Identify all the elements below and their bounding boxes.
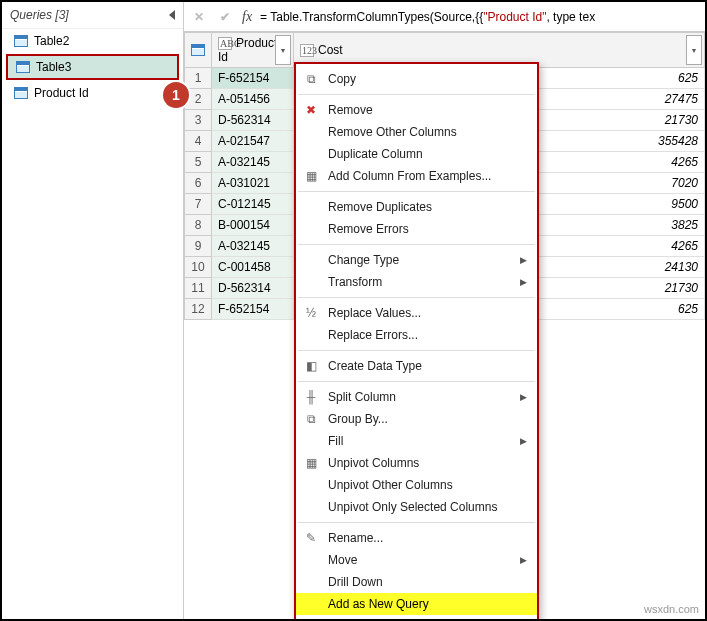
menu-replace-vals[interactable]: ½Replace Values... (296, 302, 537, 324)
menu-remove-dup[interactable]: Remove Duplicates (296, 196, 537, 218)
menu-separator (298, 244, 535, 245)
submenu-arrow-icon: ▶ (520, 392, 527, 402)
menu-add-as-new-query[interactable]: Add as New Query (296, 593, 537, 615)
menu-remove-other[interactable]: Remove Other Columns (296, 121, 537, 143)
table-icon (16, 61, 30, 73)
replace-icon: ½ (302, 306, 320, 320)
query-item-table3[interactable]: Table3 (6, 54, 179, 80)
table-corner[interactable] (185, 33, 212, 68)
menu-move[interactable]: Move▶ (296, 549, 537, 571)
row-number: 5 (185, 152, 212, 173)
add-column-icon: ▦ (302, 169, 320, 183)
query-label: Product Id (34, 86, 89, 100)
menu-group-by[interactable]: ⧉Group By... (296, 408, 537, 430)
datatype-icon: ◧ (302, 359, 320, 373)
cell-productid: C-012145 (212, 194, 294, 215)
menu-remove[interactable]: ✖Remove (296, 99, 537, 121)
menu-unpivot-other[interactable]: Unpivot Other Columns (296, 474, 537, 496)
menu-separator (298, 191, 535, 192)
watermark: wsxdn.com (644, 603, 699, 615)
row-number: 11 (185, 278, 212, 299)
menu-drill[interactable]: Drill Down (296, 571, 537, 593)
menu-replace-errs[interactable]: Replace Errors... (296, 324, 537, 346)
annotation-badge-1: 1 (163, 82, 189, 108)
formula-input[interactable]: = Table.TransformColumnTypes(Source,{{"P… (260, 10, 699, 24)
menu-transform[interactable]: Transform▶ (296, 271, 537, 293)
rename-icon: ✎ (302, 531, 320, 545)
query-item-table2[interactable]: Table2 (6, 30, 179, 52)
cell-productid: F-652154 (212, 68, 294, 89)
cell-productid: A-032145 (212, 236, 294, 257)
submenu-arrow-icon: ▶ (520, 555, 527, 565)
row-number: 9 (185, 236, 212, 257)
menu-duplicate[interactable]: Duplicate Column (296, 143, 537, 165)
column-menu-icon[interactable] (686, 35, 702, 65)
collapse-icon[interactable] (169, 10, 175, 20)
menu-change-type[interactable]: Change Type▶ (296, 249, 537, 271)
formula-pre: = Table.TransformColumnTypes(Source,{{ (260, 10, 483, 24)
cancel-icon[interactable]: ✕ (190, 10, 208, 24)
row-number: 10 (185, 257, 212, 278)
menu-unpivot-sel[interactable]: Unpivot Only Selected Columns (296, 496, 537, 518)
menu-copy[interactable]: ⧉Copy (296, 68, 537, 90)
row-number: 12 (185, 299, 212, 320)
cell-productid: C-001458 (212, 257, 294, 278)
copy-icon: ⧉ (302, 72, 320, 86)
remove-icon: ✖ (302, 103, 320, 117)
menu-separator (298, 350, 535, 351)
menu-separator (298, 94, 535, 95)
queries-header[interactable]: Queries [3] (2, 2, 183, 29)
row-number: 6 (185, 173, 212, 194)
menu-separator (298, 381, 535, 382)
cell-productid: B-000154 (212, 215, 294, 236)
queries-sidebar: Queries [3] Table2 Table3 Product Id (2, 2, 184, 619)
cell-productid: D-562314 (212, 278, 294, 299)
row-number: 3 (185, 110, 212, 131)
menu-create-dt[interactable]: ◧Create Data Type (296, 355, 537, 377)
submenu-arrow-icon: ▶ (520, 255, 527, 265)
menu-fill[interactable]: Fill▶ (296, 430, 537, 452)
menu-separator (298, 522, 535, 523)
menu-split-col[interactable]: ╫Split Column▶ (296, 386, 537, 408)
cell-productid: F-652154 (212, 299, 294, 320)
type-number-icon: 123 (300, 44, 314, 57)
column-context-menu: ⧉Copy ✖Remove Remove Other Columns Dupli… (294, 62, 539, 621)
cell-productid: A-031021 (212, 173, 294, 194)
accept-icon[interactable]: ✔ (216, 10, 234, 24)
menu-add-examples[interactable]: ▦Add Column From Examples... (296, 165, 537, 187)
cell-productid: A-051456 (212, 89, 294, 110)
col-header-productid[interactable]: ABCProduct Id (212, 33, 294, 68)
menu-remove-err[interactable]: Remove Errors (296, 218, 537, 240)
cell-productid: A-032145 (212, 152, 294, 173)
col-label: Cost (318, 43, 343, 57)
table-icon (14, 87, 28, 99)
menu-separator (298, 297, 535, 298)
query-label: Table3 (36, 60, 71, 74)
formula-post: , type tex (546, 10, 595, 24)
row-number: 1 (185, 68, 212, 89)
table-icon (191, 44, 205, 56)
cell-productid: D-562314 (212, 110, 294, 131)
column-menu-icon[interactable] (275, 35, 291, 65)
formula-str: "Product Id" (483, 10, 546, 24)
row-number: 8 (185, 215, 212, 236)
queries-header-label: Queries [3] (10, 8, 69, 22)
row-number: 4 (185, 131, 212, 152)
unpivot-icon: ▦ (302, 456, 320, 470)
query-item-productid[interactable]: Product Id (6, 82, 179, 104)
type-text-icon: ABC (218, 37, 232, 50)
cell-productid: A-021547 (212, 131, 294, 152)
submenu-arrow-icon: ▶ (520, 277, 527, 287)
query-label: Table2 (34, 34, 69, 48)
split-icon: ╫ (302, 390, 320, 404)
menu-rename[interactable]: ✎Rename... (296, 527, 537, 549)
menu-unpivot[interactable]: ▦Unpivot Columns (296, 452, 537, 474)
table-icon (14, 35, 28, 47)
formula-bar: ✕ ✔ fx = Table.TransformColumnTypes(Sour… (184, 2, 705, 32)
group-icon: ⧉ (302, 412, 320, 426)
submenu-arrow-icon: ▶ (520, 436, 527, 446)
fx-icon[interactable]: fx (242, 9, 252, 25)
row-number: 7 (185, 194, 212, 215)
